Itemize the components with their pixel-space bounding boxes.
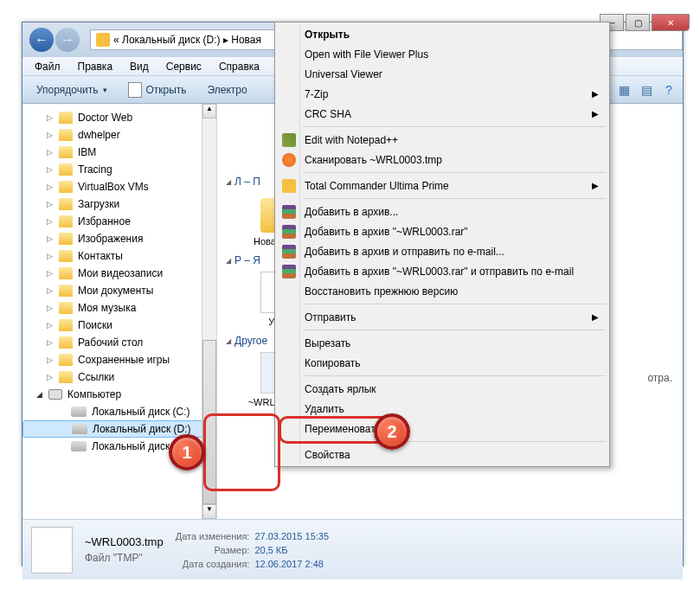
folder-icon	[59, 233, 73, 245]
rar-icon	[282, 205, 296, 219]
context-menu-item[interactable]: Открыть	[277, 24, 607, 44]
npp-icon	[282, 133, 296, 147]
file-icon	[128, 82, 142, 98]
rar-icon	[282, 225, 296, 239]
submenu-arrow-icon: ▶	[592, 89, 599, 99]
menu-separator	[303, 172, 606, 173]
context-menu-item[interactable]: Добавить в архив и отправить по e-mail..…	[277, 241, 607, 261]
tree-folder-item[interactable]: ▷Контакты	[22, 247, 216, 265]
tree-folder-item[interactable]: ▷Поиски	[22, 317, 216, 334]
breadcrumb-item[interactable]: Новая	[231, 34, 261, 46]
context-menu-item[interactable]: Open with File Viewer Plus	[277, 44, 607, 64]
folder-icon	[59, 215, 73, 227]
tree-folder-item[interactable]: ▷VirtualBox VMs	[22, 178, 216, 195]
avast-icon	[282, 153, 296, 167]
context-menu-item[interactable]: 7-Zip▶	[277, 84, 607, 104]
tree-drive-item[interactable]: Локальный диск (C:)	[22, 403, 216, 420]
context-menu-item[interactable]: Universal Viewer	[277, 64, 607, 84]
tree-folder-item[interactable]: ▷Моя музыка	[22, 299, 216, 317]
context-menu-item[interactable]: Создать ярлык	[277, 379, 607, 399]
email-button[interactable]: Электро	[199, 80, 256, 99]
details-filetype: Файл "TMP"	[85, 552, 164, 564]
tree-folder-item[interactable]: ▷Мои видеозаписи	[22, 265, 216, 282]
folder-icon	[59, 129, 73, 141]
folder-icon	[59, 163, 73, 176]
menu-separator	[303, 441, 606, 442]
scroll-thumb[interactable]	[202, 340, 216, 504]
tree-folder-item[interactable]: ▷Tracing	[22, 161, 216, 178]
organize-button[interactable]: Упорядочить	[28, 80, 116, 99]
details-filename: ~WRL0003.tmp	[85, 535, 164, 548]
tree-folder-item[interactable]: ▷Рабочий стол	[22, 334, 216, 351]
context-menu-item[interactable]: Копировать	[277, 353, 607, 373]
tree-folder-item[interactable]: ▷Сохраненные игры	[22, 351, 216, 368]
folder-icon	[59, 302, 73, 314]
menu-separator	[303, 198, 606, 199]
menu-help[interactable]: Справка	[210, 59, 268, 74]
drive-icon	[71, 407, 87, 417]
context-menu-item[interactable]: Сканировать ~WRL0003.tmp	[277, 150, 607, 170]
context-menu-item[interactable]: Edit with Notepad++	[277, 130, 607, 150]
created-label: Дата создания:	[176, 559, 250, 569]
folder-icon	[59, 198, 73, 210]
drive-icon	[72, 424, 87, 434]
maximize-button[interactable]: ▢	[626, 14, 650, 31]
folder-icon	[59, 250, 73, 262]
menu-separator	[303, 375, 606, 376]
menu-tools[interactable]: Сервис	[157, 59, 210, 74]
submenu-arrow-icon: ▶	[592, 312, 599, 322]
help-button[interactable]: ?	[660, 81, 678, 99]
context-menu-item[interactable]: CRC SHA▶	[277, 104, 607, 124]
folder-icon	[59, 354, 73, 366]
tree-folder-item[interactable]: ▷Doctor Web	[22, 109, 216, 126]
scroll-up-button[interactable]: ▲	[202, 104, 216, 118]
drive-icon	[71, 441, 87, 451]
folder-icon	[59, 112, 73, 124]
preview-pane-button[interactable]: ▤	[638, 81, 655, 99]
menu-edit[interactable]: Правка	[69, 59, 122, 74]
scroll-down-button[interactable]: ▼	[202, 504, 216, 519]
tree-computer[interactable]: ◢Компьютер	[22, 386, 216, 403]
tree-folder-item[interactable]: ▷Изображения	[22, 230, 216, 247]
modified-value: 27.03.2015 15:35	[254, 531, 329, 541]
callout-badge-2: 2	[374, 413, 410, 450]
menu-view[interactable]: Вид	[121, 59, 157, 74]
tree-folder-item[interactable]: ▷Мои документы	[22, 282, 216, 299]
close-button[interactable]: ✕	[652, 14, 690, 31]
context-menu-item[interactable]: Добавить в архив "~WRL0003.rar"	[277, 221, 607, 241]
folder-icon	[59, 336, 73, 349]
nav-back-button[interactable]: ←	[29, 28, 54, 52]
folder-icon	[59, 146, 73, 158]
callout-badge-1: 1	[169, 434, 205, 471]
context-menu: ОткрытьOpen with File Viewer PlusUnivers…	[274, 22, 610, 467]
context-menu-item[interactable]: Переименовать	[277, 419, 607, 439]
context-menu-item[interactable]: Добавить в архив...	[277, 202, 607, 221]
tree-folder-item[interactable]: ▷IBM	[22, 144, 216, 161]
tree-folder-item[interactable]: ▷Избранное	[22, 213, 216, 230]
folder-icon	[59, 319, 73, 331]
context-menu-item[interactable]: Свойства	[277, 445, 607, 464]
tree-folder-item[interactable]: ▷dwhelper	[22, 126, 216, 144]
open-button[interactable]: Открыть	[119, 79, 195, 101]
modified-label: Дата изменения:	[176, 531, 250, 541]
breadcrumb-item[interactable]: Локальный диск (D:)	[122, 34, 221, 46]
submenu-arrow-icon: ▶	[592, 181, 599, 190]
folder-icon	[59, 181, 73, 193]
nav-forward-button[interactable]: →	[55, 28, 80, 52]
menu-separator	[303, 126, 606, 127]
tree-folder-item[interactable]: ▷Загрузки	[22, 195, 216, 213]
tc-icon	[282, 179, 296, 193]
context-menu-item[interactable]: Удалить	[277, 399, 607, 419]
view-options-button[interactable]: ▦	[615, 81, 633, 99]
context-menu-item[interactable]: Total Commander Ultima Prime▶	[277, 176, 607, 195]
context-menu-item[interactable]: Добавить в архив "~WRL0003.rar" и отправ…	[277, 261, 607, 281]
menu-file[interactable]: Файл	[26, 59, 69, 74]
context-menu-item[interactable]: Отправить▶	[277, 307, 607, 327]
details-thumbnail	[31, 527, 73, 573]
context-menu-item[interactable]: Восстановить прежнюю версию	[277, 281, 607, 301]
computer-icon	[48, 389, 62, 400]
folder-icon	[59, 371, 73, 383]
tree-folder-item[interactable]: ▷Ссылки	[22, 368, 216, 386]
context-menu-item[interactable]: Вырезать	[277, 333, 607, 353]
submenu-arrow-icon: ▶	[592, 109, 599, 118]
